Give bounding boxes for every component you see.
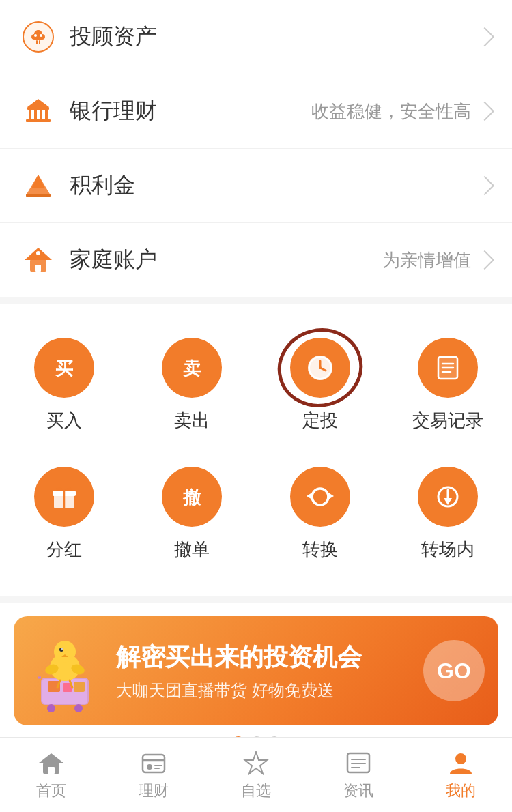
svg-marker-9 — [27, 99, 49, 107]
banner-title: 解密买出来的投资机会 — [116, 641, 423, 674]
menu-item-yinhang[interactable]: 银行理财 收益稳健，安全性高 — [0, 74, 512, 149]
nav-wode-label: 我的 — [446, 781, 476, 801]
brain-icon — [20, 19, 56, 55]
action-records[interactable]: 交易记录 — [384, 324, 513, 453]
svg-text:撤: 撤 — [182, 487, 201, 508]
banner-sub: 大咖天团直播带货 好物免费送 — [116, 680, 423, 701]
nav-zixuan[interactable]: 自选 — [205, 738, 307, 812]
svg-point-23 — [319, 366, 322, 369]
action-dividend[interactable]: 分红 — [0, 453, 128, 582]
action-records-label: 交易记录 — [412, 409, 483, 433]
nav-wode[interactable]: 我的 — [410, 738, 512, 812]
menu-label-yinhang: 银行理财 — [70, 96, 311, 126]
home-icon — [20, 242, 56, 278]
banner-mascot — [27, 630, 109, 712]
svg-point-42 — [74, 704, 83, 712]
svg-rect-59 — [143, 755, 165, 772]
action-dingtou[interactable]: 定投 — [256, 324, 384, 453]
menu-sub-jiating: 为亲情增值 — [382, 248, 471, 272]
action-buy[interactable]: 买 买入 — [0, 324, 128, 453]
transfer-icon-circle — [418, 467, 478, 527]
action-sell-label: 卖出 — [174, 409, 210, 433]
bank-icon — [20, 93, 56, 129]
action-buy-label: 买入 — [46, 409, 82, 433]
action-dividend-label: 分红 — [46, 538, 82, 562]
svg-rect-5 — [34, 110, 37, 119]
banner-go-button[interactable]: GO — [423, 640, 485, 701]
menu-sub-yinhang: 收益稳健，安全性高 — [311, 100, 471, 124]
pyramid-icon — [20, 168, 56, 203]
svg-point-2 — [40, 34, 42, 37]
home-nav-icon — [36, 749, 66, 777]
svg-point-48 — [54, 641, 76, 663]
action-sell[interactable]: 卖 卖出 — [128, 324, 257, 453]
svg-marker-35 — [307, 493, 312, 499]
wode-nav-icon — [446, 749, 476, 777]
nav-zixun[interactable]: 资讯 — [307, 738, 410, 812]
banner-text-area: 解密买出来的投资机会 大咖天团直播带货 好物免费送 — [109, 641, 423, 701]
menu-label-jijin: 积利金 — [70, 171, 478, 201]
chevron-icon-jiating — [475, 250, 494, 270]
svg-point-1 — [34, 34, 37, 37]
records-icon-circle — [418, 338, 478, 398]
svg-rect-15 — [35, 265, 41, 272]
zixun-nav-icon — [343, 749, 373, 777]
action-grid-section: 买 买入 卖 卖出 — [0, 304, 512, 596]
nav-licai[interactable]: 理财 — [102, 738, 205, 812]
licai-nav-icon — [139, 749, 169, 777]
svg-rect-4 — [29, 110, 31, 119]
buy-icon-circle: 买 — [34, 338, 94, 398]
dividend-icon-circle — [34, 467, 94, 527]
svg-text:买: 买 — [55, 358, 74, 379]
action-convert-label: 转换 — [302, 538, 338, 562]
menu-label-jiating: 家庭账户 — [70, 245, 382, 275]
banner[interactable]: 解密买出来的投资机会 大咖天团直播带货 好物免费送 GO — [14, 616, 498, 725]
chevron-icon — [475, 27, 494, 46]
menu-label-touwen: 投顾资产 — [70, 22, 478, 52]
nav-licai-label: 理财 — [139, 781, 169, 801]
menu-item-jiating[interactable]: 家庭账户 为亲情增值 — [0, 223, 512, 297]
svg-marker-34 — [328, 493, 334, 499]
chevron-icon-yinhang — [475, 102, 494, 121]
cancel-icon-circle: 撤 — [162, 467, 222, 527]
svg-rect-58 — [48, 767, 55, 774]
svg-point-16 — [36, 251, 40, 255]
svg-point-41 — [47, 704, 55, 712]
nav-zixun-label: 资讯 — [343, 781, 373, 801]
menu-item-jijin[interactable]: 积利金 — [0, 149, 512, 223]
chevron-icon-jijin — [475, 176, 494, 195]
svg-marker-11 — [31, 175, 45, 188]
svg-rect-6 — [40, 110, 42, 119]
menu-item-touwen[interactable]: 投顾资产 — [0, 0, 512, 74]
svg-rect-46 — [74, 682, 85, 692]
action-convert[interactable]: 转换 — [256, 453, 384, 582]
svg-point-51 — [61, 648, 63, 650]
svg-rect-7 — [45, 110, 48, 119]
convert-icon-circle — [290, 467, 350, 527]
svg-point-69 — [455, 753, 466, 764]
svg-point-61 — [147, 764, 152, 770]
nav-home-label: 首页 — [36, 781, 66, 801]
action-cancel[interactable]: 撤 撤单 — [128, 453, 257, 582]
nav-zixuan-label: 自选 — [241, 781, 271, 801]
svg-marker-64 — [245, 752, 267, 774]
zixuan-nav-icon — [241, 749, 271, 777]
bottom-nav: 首页 理财 自选 — [0, 737, 512, 812]
action-cancel-label: 撤单 — [174, 538, 210, 562]
menu-list: 投顾资产 银行理财 收益稳健，安全性高 积利金 — [0, 0, 512, 297]
action-transfer[interactable]: 转场内 — [384, 453, 513, 582]
action-transfer-label: 转场内 — [421, 538, 474, 562]
svg-text:卖: 卖 — [182, 358, 201, 379]
action-grid-row2: 分红 撤 撤单 转换 — [0, 453, 512, 582]
action-dingtou-label: 定投 — [302, 409, 338, 433]
svg-marker-56 — [39, 753, 63, 763]
action-grid-row1: 买 买入 卖 卖出 — [0, 324, 512, 453]
svg-rect-8 — [26, 119, 51, 122]
nav-home[interactable]: 首页 — [0, 738, 102, 812]
svg-rect-12 — [26, 194, 51, 197]
dingtou-icon-circle — [290, 338, 350, 398]
sell-icon-circle: 卖 — [162, 338, 222, 398]
svg-point-50 — [59, 648, 63, 652]
svg-rect-3 — [27, 107, 49, 110]
